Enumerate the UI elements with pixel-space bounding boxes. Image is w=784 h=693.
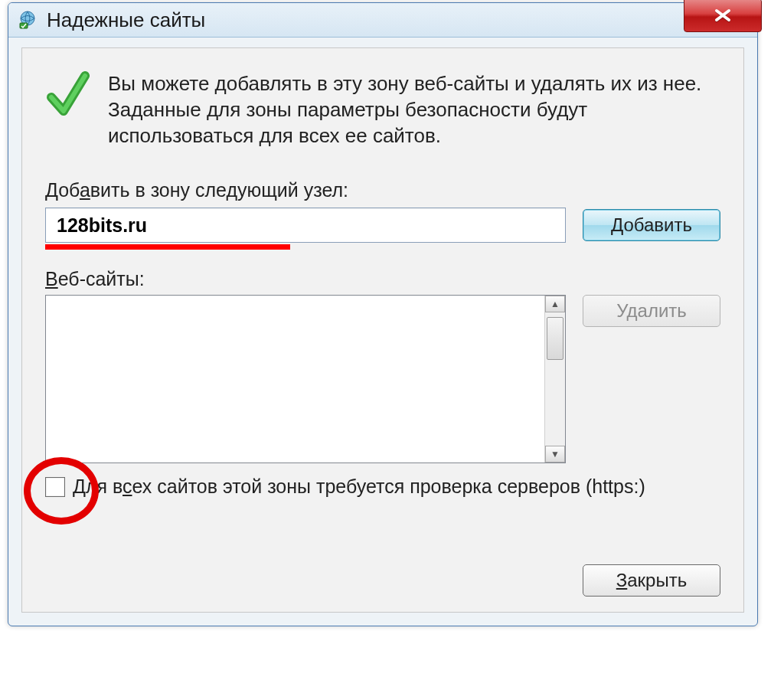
websites-section: Веб-сайты: ▲ ▼ Удалить: [45, 268, 720, 463]
window-title: Надежные сайты: [47, 8, 205, 32]
close-button[interactable]: [684, 0, 762, 32]
label-mnemonic: с: [122, 476, 132, 497]
add-site-label: Добавить в зону следующий узел:: [45, 179, 720, 201]
titlebar: Надежные сайты: [8, 3, 757, 38]
annotation-underline: [45, 244, 290, 250]
close-dialog-button[interactable]: Закрыть: [583, 564, 720, 597]
dialog-content: Вы можете добавлять в эту зону веб-сайты…: [21, 47, 744, 613]
trusted-sites-dialog: Надежные сайты Вы можете добавлять в эту…: [8, 2, 758, 626]
label-part: акрыть: [627, 570, 687, 590]
add-site-section: Добавить в зону следующий узел: Добавить: [45, 179, 720, 250]
scroll-down-button[interactable]: ▼: [545, 446, 565, 463]
websites-label: Веб-сайты:: [45, 268, 720, 290]
close-icon: [713, 8, 733, 23]
label-part: еб-сайты:: [58, 268, 145, 289]
add-site-input[interactable]: [45, 208, 566, 243]
websites-listbox[interactable]: ▲ ▼: [45, 295, 566, 463]
checkmark-icon: [45, 71, 91, 125]
scrollbar[interactable]: ▲ ▼: [544, 296, 565, 463]
remove-button: Удалить: [583, 295, 720, 327]
scroll-thumb[interactable]: [547, 317, 564, 360]
intro-text: Вы можете добавлять в эту зону веб-сайты…: [108, 71, 720, 149]
label-part: Доб: [45, 179, 80, 201]
add-button[interactable]: Добавить: [583, 209, 720, 241]
label-mnemonic: З: [616, 570, 628, 590]
https-checkbox[interactable]: [45, 477, 65, 497]
https-checkbox-label: Для всех сайтов этой зоны требуется пров…: [73, 476, 645, 498]
label-mnemonic: а: [80, 179, 90, 201]
label-mnemonic: В: [45, 268, 58, 289]
https-check-row: Для всех сайтов этой зоны требуется пров…: [45, 476, 720, 498]
intro-section: Вы можете добавлять в эту зону веб-сайты…: [45, 71, 720, 149]
globe-icon: [16, 8, 39, 31]
label-part: вить в зону следующий узел:: [90, 179, 348, 201]
label-part: ех сайтов этой зоны требуется проверка с…: [132, 476, 645, 497]
scroll-up-button[interactable]: ▲: [545, 296, 565, 312]
